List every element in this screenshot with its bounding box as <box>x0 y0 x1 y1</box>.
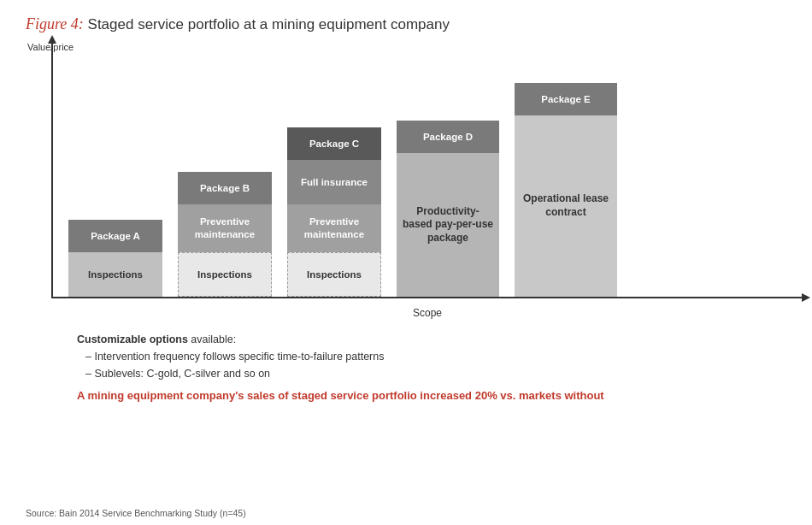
pkg-a-header: Package A <box>68 220 162 252</box>
pkg-b-inspections: Inspections <box>178 252 272 297</box>
pkg-c-inspections: Inspections <box>287 252 381 297</box>
pkg-c-insurance: Full insurance <box>287 160 381 204</box>
pkg-b-preventive: Preventive maintenance <box>178 204 272 252</box>
y-axis <box>51 42 53 298</box>
customizable-bold: Customizable options <box>77 333 188 345</box>
bottom-section: Customizable options available: – Interv… <box>77 331 786 405</box>
bars-container: Package A Inspections Package B Preventi… <box>68 42 786 297</box>
bar-package-e: Package E Operational lease contract <box>515 83 617 297</box>
customizable-rest: available: <box>191 333 236 345</box>
highlight-line: A mining equipment company's sales of st… <box>77 387 786 405</box>
customizable-line: Customizable options available: <box>77 331 786 348</box>
chart-title: Figure 4: Staged service portfolio at a … <box>26 15 786 33</box>
bullet-1: – Intervention frequency follows specifi… <box>85 348 786 365</box>
figure-label: Figure 4: <box>26 15 84 32</box>
pkg-c-preventive: Preventive maintenance <box>287 204 381 252</box>
bar-package-b: Package B Preventive maintenance Inspect… <box>178 172 272 297</box>
pkg-b-header: Package B <box>178 172 272 204</box>
x-axis-label: Scope <box>413 307 442 319</box>
pkg-c-header: Package C <box>287 127 381 160</box>
title-text: Staged service portfolio at a mining equ… <box>88 16 450 32</box>
bar-package-a: Package A Inspections <box>68 220 162 297</box>
y-axis-arrow <box>48 35 56 44</box>
pkg-a-inspections: Inspections <box>68 252 162 297</box>
pkg-e-header: Package E <box>515 83 617 115</box>
pkg-d-header: Package D <box>397 121 499 153</box>
x-axis-arrow <box>802 293 810 302</box>
bar-package-d: Package D Productivity-based pay-per-use… <box>397 121 499 297</box>
x-axis <box>51 297 803 298</box>
source-line: Source: Bain 2014 Service Benchmarking S… <box>26 508 246 518</box>
bar-package-c: Package C Full insurance Preventive main… <box>287 127 381 297</box>
bullet-2: – Sublevels: C-gold, C-silver and so on <box>85 365 786 382</box>
pkg-d-body: Productivity-based pay-per-use package <box>397 153 499 297</box>
pkg-e-body: Operational lease contract <box>515 115 617 297</box>
chart-area: Value/price Scope Package A Inspections … <box>51 42 803 324</box>
